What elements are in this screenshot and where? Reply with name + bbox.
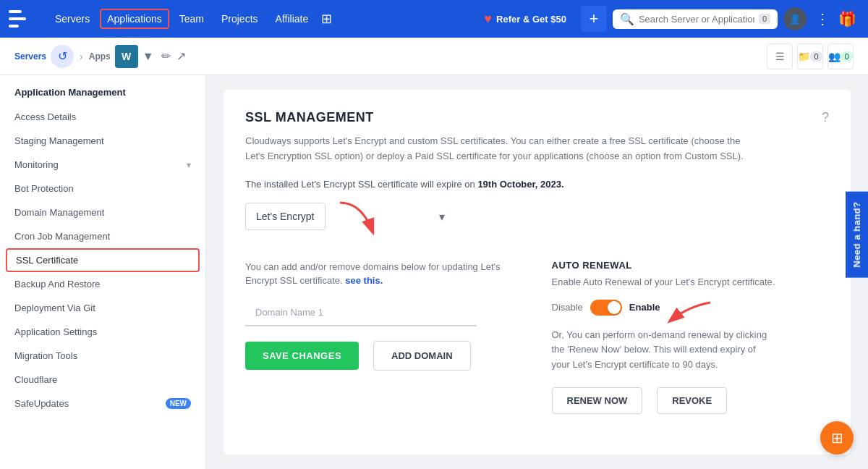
chat-button[interactable]: ⊞ [820, 421, 854, 455]
add-domain-button[interactable]: ADD DOMAIN [373, 341, 471, 371]
main-layout: Application Management Access Details St… [0, 75, 868, 469]
sidebar-item-backup[interactable]: Backup And Restore [0, 272, 205, 296]
svg-rect-2 [9, 25, 19, 28]
red-arrow-enable [667, 299, 718, 328]
sidebar-item-git[interactable]: Deployment Via Git [0, 296, 205, 320]
sidebar-item-safeupdates[interactable]: SafeUpdates NEW [0, 392, 205, 415]
on-demand-text: Or, You can perform on-demand renewal by… [552, 328, 769, 373]
search-icon: 🔍 [620, 12, 634, 26]
auto-renewal-toggle[interactable] [590, 300, 622, 316]
breadcrumb-chevron: › [80, 51, 83, 62]
chat-icon: ⊞ [831, 429, 843, 447]
search-input[interactable] [639, 14, 754, 25]
wp-icon: W [115, 45, 138, 68]
ssl-type-dropdown[interactable]: Let's Encrypt Custom SSL [245, 203, 326, 230]
help-icon[interactable]: ? [822, 110, 829, 125]
list-view-button[interactable]: ☰ [767, 43, 793, 69]
sidebar-item-cron[interactable]: Cron Job Management [0, 224, 205, 248]
notification-icon[interactable]: 🎁 [835, 7, 859, 30]
nav-servers[interactable]: Servers [48, 9, 97, 29]
users-count: 0 [841, 51, 852, 62]
search-box: 🔍 0 [613, 9, 778, 29]
ssl-left-panel: You can add and/or remove domains below … [245, 260, 523, 371]
revoke-button[interactable]: REVOKE [657, 387, 727, 414]
ssl-right-panel: AUTO RENEWAL Enable Auto Renewal of your… [552, 260, 830, 414]
ssl-description: Cloudways supports Let's Encrypt and cus… [245, 134, 752, 164]
sidebar-item-migration[interactable]: Migration Tools [0, 344, 205, 368]
toggle-row: Disable Enable [552, 300, 660, 316]
new-badge: NEW [166, 398, 191, 409]
ssl-title: SSL MANAGEMENT [245, 110, 829, 125]
app-dropdown-arrow[interactable]: ▼ [142, 50, 154, 63]
expiry-notice: The installed Let's Encrypt SSL certific… [245, 179, 829, 190]
sidebar: Application Management Access Details St… [0, 75, 206, 469]
ssl-note: You can add and/or remove domains below … [245, 260, 523, 288]
sidebar-item-app-settings[interactable]: Application Settings [0, 320, 205, 344]
main-content: ? SSL MANAGEMENT Cloudways supports Let'… [206, 75, 868, 469]
toggle-thumb [608, 301, 621, 314]
ssl-card: ? SSL MANAGEMENT Cloudways supports Let'… [224, 90, 851, 455]
sidebar-item-staging[interactable]: Staging Management [0, 129, 205, 153]
sidebar-item-cloudflare[interactable]: Cloudflare [0, 368, 205, 392]
sidebar-item-monitoring[interactable]: Monitoring ▾ [0, 153, 205, 177]
ssl-layout: You can add and/or remove domains below … [245, 260, 829, 414]
save-changes-button[interactable]: SAVE CHANGES [245, 342, 359, 370]
toggle-section: Disable Enable [552, 299, 830, 328]
svg-rect-0 [9, 10, 22, 13]
edit-icon[interactable]: ✏ [161, 49, 171, 63]
search-count: 0 [759, 14, 770, 24]
enable-label: Enable [629, 302, 660, 313]
ssl-dropdown-wrapper: Let's Encrypt Custom SSL ▾ [245, 203, 326, 230]
breadcrumb-icons-right: ☰ 📁 0 👥 0 [767, 43, 854, 69]
servers-breadcrumb: Servers ↺ [14, 45, 74, 68]
chevron-down-icon: ▾ [439, 209, 445, 223]
files-count: 0 [810, 51, 822, 62]
servers-label[interactable]: Servers [14, 51, 46, 62]
nav-affiliate[interactable]: Affiliate [268, 9, 316, 29]
renewal-buttons: RENEW NOW REVOKE [552, 387, 830, 414]
red-arrow-dropdown [333, 199, 391, 242]
sidebar-item-ssl[interactable]: SSL Certificate [6, 248, 200, 272]
avatar[interactable]: 👤 [783, 7, 807, 30]
external-link-icon[interactable]: ↗ [176, 49, 186, 63]
auto-renewal-title: AUTO RENEWAL [552, 260, 830, 271]
sidebar-item-bot-protection[interactable]: Bot Protection [0, 177, 205, 200]
nav-applications[interactable]: Applications [100, 9, 169, 29]
sidebar-item-access-details[interactable]: Access Details [0, 105, 205, 129]
add-button[interactable]: + [581, 6, 607, 32]
disable-label: Disable [552, 302, 583, 313]
apps-breadcrumb: Apps W ▼ ✏ ↗ [89, 45, 186, 68]
domain-name-input[interactable] [245, 300, 477, 326]
svg-rect-1 [9, 17, 26, 20]
server-icon: ↺ [51, 45, 74, 68]
sidebar-heading: Application Management [0, 87, 205, 105]
files-button[interactable]: 📁 0 [797, 43, 823, 69]
renew-now-button[interactable]: RENEW NOW [552, 387, 643, 414]
apps-label: Apps [89, 51, 111, 62]
nav-projects[interactable]: Projects [214, 9, 265, 29]
more-options-icon[interactable]: ⋮ [812, 7, 833, 30]
sidebar-item-domain[interactable]: Domain Management [0, 200, 205, 224]
heart-icon: ♥ [484, 12, 492, 27]
refer-button[interactable]: ♥ Refer & Get $50 [475, 7, 575, 31]
see-this-link[interactable]: see this. [345, 275, 383, 286]
grid-icon[interactable]: ⊞ [318, 8, 335, 30]
auto-renewal-description: Enable Auto Renewal of your Let's Encryp… [552, 276, 830, 287]
dropdown-section: Let's Encrypt Custom SSL ▾ [245, 203, 829, 242]
breadcrumb: Servers ↺ › Apps W ▼ ✏ ↗ ☰ 📁 0 👥 0 [0, 38, 868, 75]
nav-team[interactable]: Team [172, 9, 211, 29]
action-buttons: SAVE CHANGES ADD DOMAIN [245, 341, 523, 371]
chevron-down-icon: ▾ [187, 160, 191, 170]
top-navigation: Servers Applications Team Projects Affil… [0, 0, 868, 38]
expiry-date: 19th October, 2023. [477, 179, 563, 190]
need-a-hand-tab[interactable]: Need a hand? [846, 191, 868, 277]
users-button[interactable]: 👥 0 [827, 43, 854, 69]
logo[interactable] [9, 7, 39, 30]
